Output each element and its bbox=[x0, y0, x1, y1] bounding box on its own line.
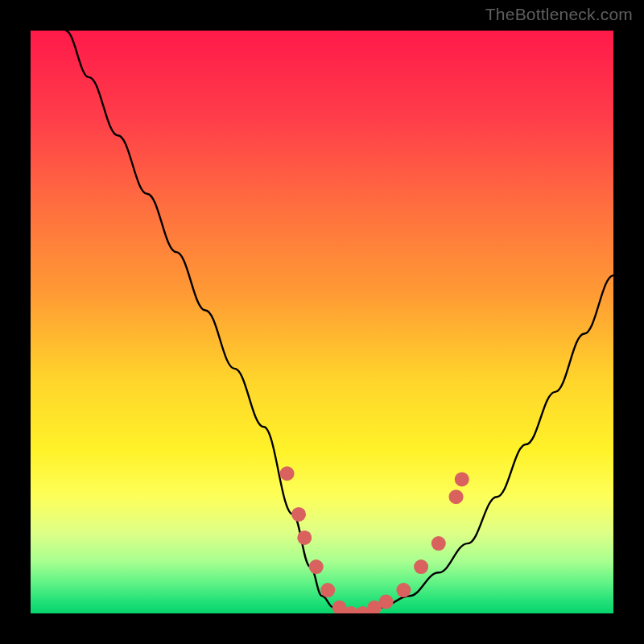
marker-point bbox=[449, 489, 464, 504]
marker-point bbox=[455, 472, 469, 486]
curve-layer bbox=[31, 31, 613, 613]
marker-point bbox=[320, 583, 335, 597]
marker-point bbox=[431, 536, 446, 551]
marker-point bbox=[280, 466, 295, 481]
marker-point bbox=[297, 530, 312, 545]
bottleneck-curve bbox=[65, 31, 613, 613]
marker-point bbox=[414, 559, 428, 574]
marker-point bbox=[291, 507, 306, 522]
plot-area bbox=[31, 31, 613, 613]
marker-point bbox=[396, 583, 411, 597]
marker-group bbox=[280, 466, 469, 613]
watermark-text: TheBottleneck.com bbox=[485, 5, 633, 24]
marker-point bbox=[309, 559, 324, 574]
marker-point bbox=[379, 595, 394, 609]
